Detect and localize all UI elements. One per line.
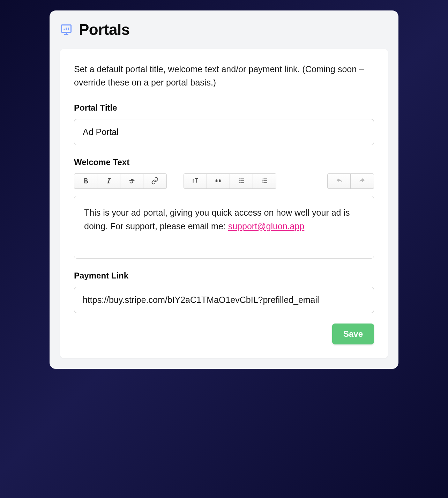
strike-icon [128,177,136,186]
bullet-list-icon [238,177,245,186]
italic-icon [105,177,113,186]
page-card: Portals Set a default portal title, welc… [50,10,398,369]
page-title: Portals [79,21,130,38]
page-header: Portals [60,21,388,38]
link-button[interactable] [143,174,166,188]
save-button[interactable]: Save [332,324,374,344]
heading-button[interactable] [184,174,207,188]
svg-rect-12 [263,182,267,183]
svg-point-3 [239,182,240,183]
actions-row: Save [74,324,374,344]
presentation-chart-icon [60,23,73,36]
editor-toolbar: 123 [74,173,374,189]
payment-link-label: Payment Link [74,271,374,281]
svg-point-2 [239,180,240,181]
svg-point-1 [239,178,240,179]
bold-button[interactable] [74,174,97,188]
svg-rect-6 [240,182,244,183]
portal-title-input[interactable] [74,119,374,145]
redo-icon [358,177,366,186]
heading-icon [192,177,199,186]
quote-icon [215,177,222,186]
svg-rect-5 [240,180,244,181]
number-list-button[interactable]: 123 [253,174,276,188]
portal-title-label: Portal Title [74,103,374,113]
welcome-text-label: Welcome Text [74,157,374,167]
svg-text:3: 3 [262,181,263,184]
welcome-text-editor[interactable]: This is your ad portal, giving you quick… [74,196,374,259]
strike-button[interactable] [120,174,143,188]
svg-rect-10 [263,178,267,179]
settings-card: Set a default portal title, welcome text… [60,49,388,358]
bullet-list-button[interactable] [230,174,253,188]
bold-icon [82,177,90,186]
welcome-text-body: This is your ad portal, giving you quick… [84,208,350,231]
redo-button[interactable] [351,174,374,188]
svg-rect-4 [240,178,244,179]
toolbar-group-history [327,173,374,189]
toolbar-group-format [74,173,167,189]
description-text: Set a default portal title, welcome text… [74,63,374,89]
undo-icon [335,177,343,186]
toolbar-group-block: 123 [184,173,276,189]
undo-button[interactable] [328,174,351,188]
svg-rect-11 [263,180,267,181]
welcome-text-link[interactable]: support@gluon.app [228,221,305,231]
quote-button[interactable] [207,174,230,188]
italic-button[interactable] [97,174,120,188]
link-icon [151,177,159,186]
number-list-icon: 123 [261,177,268,186]
payment-link-input[interactable] [74,287,374,313]
